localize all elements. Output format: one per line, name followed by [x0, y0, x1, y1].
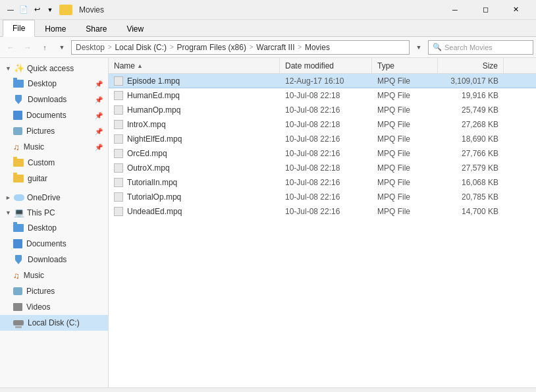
sidebar-item-pictures-qa[interactable]: Pictures 📌: [0, 123, 108, 139]
table-row[interactable]: TutorialOp.mpq 10-Jul-08 22:16 MPQ File …: [109, 190, 536, 204]
sort-arrow-name: ▲: [137, 63, 143, 69]
address-dropdown-btn[interactable]: ▼: [411, 40, 427, 55]
minimize-icon[interactable]: —: [5, 5, 16, 15]
customize-qat[interactable]: ▼: [45, 5, 55, 15]
thispc-icon: 💻: [14, 208, 24, 217]
file-date-cell: 10-Jul-08 22:16: [280, 105, 372, 115]
file-name-cell: Episode 1.mpq: [109, 76, 280, 86]
table-row[interactable]: HumanEd.mpq 10-Jul-08 22:18 MPQ File 19,…: [109, 88, 536, 103]
breadcrumb-localdisk[interactable]: Local Disk (C:): [115, 43, 167, 52]
recent-locations-button[interactable]: ▼: [54, 40, 70, 55]
quick-access-toolbar-undo[interactable]: ↩: [32, 5, 42, 15]
ribbon-tabs: File Home Share View: [0, 20, 536, 36]
file-size-cell: 25,749 KB: [438, 105, 504, 115]
pictures-pc-icon: [13, 287, 22, 295]
file-rows-container: Episode 1.mpq 12-Aug-17 16:10 MPQ File 3…: [109, 74, 536, 219]
sidebar-item-label: Downloads: [28, 95, 67, 104]
search-box[interactable]: 🔍 Search Movies: [428, 40, 533, 55]
breadcrumb-movies[interactable]: Movies: [305, 43, 330, 52]
table-row[interactable]: UndeadEd.mpq 10-Jul-08 22:16 MPQ File 14…: [109, 204, 536, 219]
documents-icon: [13, 111, 22, 120]
window-restore-btn[interactable]: ◻: [470, 5, 500, 15]
desktop-pc-icon: [13, 224, 24, 232]
file-date-cell: 10-Jul-08 22:16: [280, 207, 372, 216]
table-row[interactable]: IntroX.mpq 10-Jul-08 22:18 MPQ File 27,2…: [109, 117, 536, 132]
table-row[interactable]: NightElfEd.mpq 10-Jul-08 22:16 MPQ File …: [109, 132, 536, 146]
sidebar-item-downloads-pc[interactable]: Downloads: [0, 252, 108, 267]
sidebar-item-music-pc[interactable]: ♫ Music: [0, 267, 108, 283]
file-size-cell: 16,068 KB: [438, 178, 504, 187]
file-type-cell: MPQ File: [372, 105, 438, 115]
breadcrumb-thispc[interactable]: Desktop: [76, 43, 105, 52]
file-size-cell: 27,268 KB: [438, 120, 504, 129]
breadcrumb[interactable]: Desktop > Local Disk (C:) > Program File…: [71, 40, 410, 55]
window-close-btn[interactable]: ✕: [500, 5, 531, 15]
sidebar-item-label: Music: [24, 142, 44, 152]
tab-view[interactable]: View: [117, 20, 153, 37]
sidebar: ▼ ✨ Quick access Desktop 📌 Downloads 📌 D…: [0, 58, 109, 387]
sidebar-item-documents-qa[interactable]: Documents 📌: [0, 107, 108, 123]
file-date-cell: 10-Jul-08 22:18: [280, 120, 372, 129]
file-date-cell: 10-Jul-08 22:16: [280, 178, 372, 187]
col-header-name[interactable]: Name ▲: [109, 58, 280, 73]
up-button[interactable]: ↑: [37, 40, 53, 55]
sidebar-section-onedrive[interactable]: ► OneDrive: [0, 190, 108, 205]
sidebar-item-videos-pc[interactable]: Videos: [0, 299, 108, 315]
file-icon: [114, 91, 123, 100]
file-name: IntroX.mpq: [127, 120, 166, 129]
file-type-cell: MPQ File: [372, 134, 438, 144]
tab-share[interactable]: Share: [76, 20, 117, 37]
sidebar-item-documents-pc[interactable]: Documents: [0, 236, 108, 252]
col-header-type[interactable]: Type: [372, 58, 438, 73]
file-name: TutorialIn.mpq: [127, 178, 177, 187]
table-row[interactable]: OutroX.mpq 10-Jul-08 22:18 MPQ File 27,5…: [109, 161, 536, 175]
sidebar-item-desktop-pc[interactable]: Desktop: [0, 220, 108, 236]
file-list: Name ▲ Date modified Type Size Episode 1…: [109, 58, 536, 387]
col-header-date[interactable]: Date modified: [280, 58, 372, 73]
quick-access-toolbar-new[interactable]: 📄: [18, 5, 29, 15]
file-icon: [114, 149, 123, 158]
sidebar-item-guitar-qa[interactable]: guitar: [0, 171, 108, 186]
tab-home[interactable]: Home: [35, 20, 76, 37]
pin-icon: 📌: [95, 80, 103, 88]
search-placeholder: Search Movies: [444, 43, 493, 51]
sidebar-item-desktop-qa[interactable]: Desktop 📌: [0, 76, 108, 92]
forward-button[interactable]: →: [20, 40, 36, 55]
col-header-size[interactable]: Size: [438, 58, 504, 73]
sidebar-section-quickaccess[interactable]: ▼ ✨ Quick access: [0, 61, 108, 76]
sidebar-item-music-qa[interactable]: ♫ Music 📌: [0, 139, 108, 155]
table-row[interactable]: HumanOp.mpq 10-Jul-08 22:16 MPQ File 25,…: [109, 103, 536, 117]
downloads-icon: [13, 95, 24, 104]
back-button[interactable]: ←: [3, 40, 18, 55]
file-date-cell: 10-Jul-08 22:16: [280, 134, 372, 144]
main-area: ▼ ✨ Quick access Desktop 📌 Downloads 📌 D…: [0, 58, 536, 387]
sidebar-item-custom-qa[interactable]: Custom: [0, 155, 108, 171]
sidebar-item-pictures-pc[interactable]: Pictures: [0, 283, 108, 299]
sidebar-section-thispc[interactable]: ▼ 💻 This PC: [0, 205, 108, 220]
file-name-cell: UndeadEd.mpq: [109, 207, 280, 216]
file-type-cell: MPQ File: [372, 178, 438, 187]
tab-file[interactable]: File: [3, 20, 35, 37]
ribbon: File Home Share View: [0, 20, 536, 37]
sidebar-item-label: Music: [24, 271, 44, 280]
title-bar-icons: — 📄 ↩ ▼: [5, 5, 55, 15]
file-name-cell: IntroX.mpq: [109, 120, 280, 129]
file-type-cell: MPQ File: [372, 207, 438, 216]
breadcrumb-programfiles[interactable]: Program Files (x86): [177, 43, 246, 52]
music-icon: ♫: [13, 142, 20, 152]
table-row[interactable]: TutorialIn.mpq 10-Jul-08 22:16 MPQ File …: [109, 175, 536, 190]
file-date-cell: 12-Aug-17 16:10: [280, 76, 372, 86]
file-name-cell: OrcEd.mpq: [109, 149, 280, 158]
sidebar-item-label: guitar: [28, 174, 47, 183]
file-icon: [114, 76, 123, 86]
breadcrumb-warcraft[interactable]: Warcraft III: [256, 43, 294, 52]
window-minimize-btn[interactable]: ─: [440, 5, 470, 15]
sidebar-item-downloads-qa[interactable]: Downloads 📌: [0, 92, 108, 107]
file-name-cell: TutorialOp.mpq: [109, 192, 280, 202]
table-row[interactable]: OrcEd.mpq 10-Jul-08 22:16 MPQ File 27,76…: [109, 146, 536, 161]
documents-pc-icon: [13, 239, 22, 248]
table-row[interactable]: Episode 1.mpq 12-Aug-17 16:10 MPQ File 3…: [109, 74, 536, 88]
sidebar-item-localdisk-pc[interactable]: Local Disk (C:): [0, 315, 108, 331]
file-size-cell: 14,700 KB: [438, 207, 504, 216]
file-date-cell: 10-Jul-08 22:18: [280, 163, 372, 173]
